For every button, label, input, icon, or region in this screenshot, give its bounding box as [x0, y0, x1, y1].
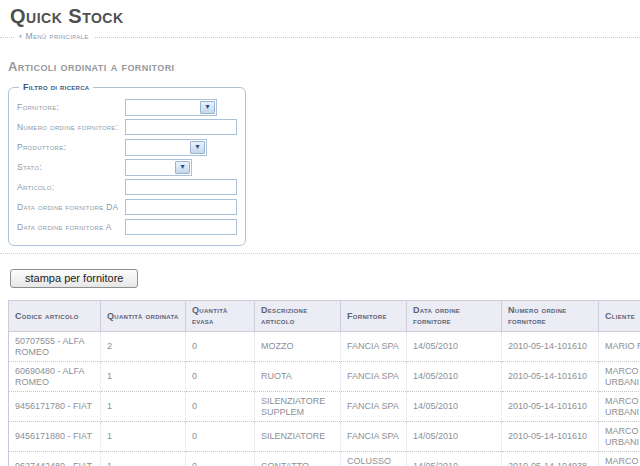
cell-qta-evasa: 0 — [186, 422, 255, 452]
dropdown-arrow-icon: ▾ — [200, 101, 215, 114]
cell-qta-ordinata: 1 — [101, 452, 186, 466]
breadcrumb: ‹Menù principale — [0, 31, 640, 44]
articolo-input[interactable] — [125, 179, 237, 195]
cell-data-ordine: 14/05/2010 — [407, 362, 502, 392]
stampa-per-fornitore-button[interactable]: stampa per fornitore — [10, 269, 138, 288]
page-title: Articoli ordinati a fornitori — [8, 59, 640, 74]
app-title: Quick Stock — [10, 5, 640, 28]
cell-cliente: MARCO URBANI — [599, 452, 640, 466]
cell-codice: 60690480 - ALFA ROMEO — [9, 362, 101, 392]
cell-data-ordine: 14/05/2010 — [407, 422, 502, 452]
cell-numero-ordine: 2010-05-14-101610 — [502, 362, 599, 392]
cell-descrizione: RUOTA — [255, 362, 341, 392]
cell-descrizione: CONTATTO — [255, 452, 341, 466]
table-row: 9456171780 - FIAT 1 0 SILENZIATORE SUPPL… — [9, 392, 640, 422]
form-row-produttore: Produttore: ▾ — [17, 137, 237, 157]
col-header-cliente: Cliente — [599, 301, 640, 332]
stato-label: Stato: — [17, 162, 125, 172]
dotted-rule — [0, 37, 640, 38]
cell-data-ordine: 14/05/2010 — [407, 332, 502, 362]
form-row-articolo: Articolo: — [17, 177, 237, 197]
col-header-descrizione-articolo: Descrizione articolo — [255, 301, 341, 332]
col-header-data-ordine-fornitore: Data ordine fornitore — [407, 301, 502, 332]
cell-qta-evasa: 0 — [186, 362, 255, 392]
cell-codice: 9456171780 - FIAT — [9, 392, 101, 422]
data-ordine-da-label: Data ordine fornitore DA — [17, 202, 125, 212]
cell-codice: 9456171880 - FIAT — [9, 422, 101, 452]
fornitore-select[interactable]: ▾ — [125, 99, 217, 116]
cell-descrizione: MOZZO — [255, 332, 341, 362]
cell-data-ordine: 14/05/2010 — [407, 452, 502, 466]
cell-numero-ordine: 2010-05-14-101610 — [502, 392, 599, 422]
cell-numero-ordine: 2010-05-14-101610 — [502, 422, 599, 452]
col-header-fornitore: Fornitore — [341, 301, 407, 332]
numero-ordine-label: Numero ordine fornitore: — [17, 122, 125, 132]
cell-descrizione: SILENZIATORE — [255, 422, 341, 452]
data-ordine-a-input[interactable] — [125, 219, 237, 235]
col-header-quantita-ordinata: Quantità ordinata — [101, 301, 186, 332]
col-header-quantita-evasa: Quantità evasa — [186, 301, 255, 332]
cell-fornitore: FANCIA SPA — [341, 362, 407, 392]
form-row-fornitore: Fornitore: ▾ — [17, 97, 237, 117]
menu-principale-link[interactable]: ‹Menù principale — [14, 31, 94, 41]
cell-numero-ordine: 2010-05-14-104938 — [502, 452, 599, 466]
cell-qta-evasa: 0 — [186, 392, 255, 422]
table-row: 9456171880 - FIAT 1 0 SILENZIATORE FANCI… — [9, 422, 640, 452]
menu-principale-label: Menù principale — [25, 31, 88, 41]
data-ordine-da-input[interactable] — [125, 199, 237, 215]
form-row-stato: Stato: ▾ — [17, 157, 237, 177]
cell-qta-ordinata: 1 — [101, 392, 186, 422]
col-header-numero-ordine-fornitore: Numero ordine fornitore — [502, 301, 599, 332]
cell-fornitore: FANCIA SPA — [341, 332, 407, 362]
cell-qta-ordinata: 1 — [101, 422, 186, 452]
cell-qta-evasa: 0 — [186, 332, 255, 362]
cell-numero-ordine: 2010-05-14-101610 — [502, 332, 599, 362]
data-ordine-a-label: Data ordine fornitore A — [17, 222, 125, 232]
cell-codice: 50707555 - ALFA ROMEO — [9, 332, 101, 362]
cell-qta-ordinata: 1 — [101, 362, 186, 392]
results-table: Codice articolo Quantità ordinata Quanti… — [8, 300, 640, 466]
dotted-separator — [0, 253, 640, 254]
table-row: 50707555 - ALFA ROMEO 2 0 MOZZO FANCIA S… — [9, 332, 640, 362]
form-row-data-da: Data ordine fornitore DA — [17, 197, 237, 217]
cell-fornitore: COLUSSO SRL — [341, 452, 407, 466]
fornitore-label: Fornitore: — [17, 102, 125, 112]
cell-cliente: MARCO URBANI — [599, 422, 640, 452]
numero-ordine-input[interactable] — [125, 119, 237, 135]
table-header-row: Codice articolo Quantità ordinata Quanti… — [9, 301, 640, 332]
form-row-data-a: Data ordine fornitore A — [17, 217, 237, 237]
dropdown-arrow-icon: ▾ — [175, 161, 190, 174]
cell-qta-ordinata: 2 — [101, 332, 186, 362]
produttore-label: Produttore: — [17, 142, 125, 152]
cell-fornitore: FANCIA SPA — [341, 392, 407, 422]
cell-codice: 9627442480 - FIAT — [9, 452, 101, 466]
stato-select[interactable]: ▾ — [125, 159, 192, 176]
articolo-label: Articolo: — [17, 182, 125, 192]
produttore-select[interactable]: ▾ — [125, 139, 207, 156]
cell-cliente: MARIO ROS — [599, 332, 640, 362]
cell-fornitore: FANCIA SPA — [341, 422, 407, 452]
dropdown-arrow-icon: ▾ — [190, 141, 205, 154]
filter-legend: Filtro di ricerca — [19, 82, 93, 92]
back-arrow-icon: ‹ — [19, 31, 22, 41]
cell-cliente: MARCO URBANI — [599, 362, 640, 392]
search-filter-fieldset: Filtro di ricerca Fornitore: ▾ Numero or… — [8, 82, 246, 246]
form-row-numero-ordine: Numero ordine fornitore: — [17, 117, 237, 137]
table-row: 9627442480 - FIAT 1 0 CONTATTO COLUSSO S… — [9, 452, 640, 466]
cell-data-ordine: 14/05/2010 — [407, 392, 502, 422]
table-row: 60690480 - ALFA ROMEO 1 0 RUOTA FANCIA S… — [9, 362, 640, 392]
cell-cliente: MARCO URBANI — [599, 392, 640, 422]
cell-qta-evasa: 0 — [186, 452, 255, 466]
cell-descrizione: SILENZIATORE SUPPLEM — [255, 392, 341, 422]
col-header-codice-articolo: Codice articolo — [9, 301, 101, 332]
